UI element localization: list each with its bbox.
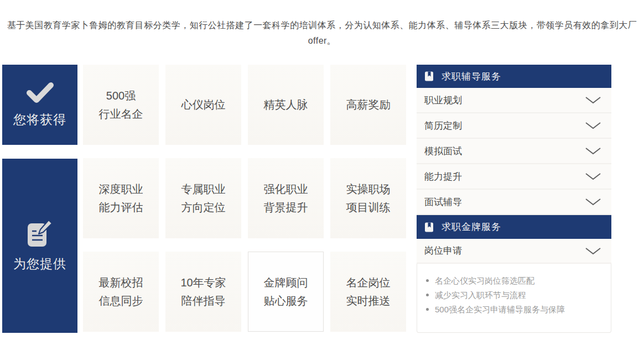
- chevron-down-icon: [585, 172, 601, 180]
- content-row: 您将获得 为您提供 500强 行业名企: [2, 65, 644, 333]
- accordion-row-mock-interview[interactable]: 模拟面试: [417, 139, 611, 164]
- rail-card-you-will-gain: 您将获得: [2, 65, 77, 145]
- panel-header-coaching-services: 求职辅导服务: [417, 65, 611, 88]
- feature-grid: 500强 行业名企 心仪岗位 精英人脉 高薪奖励 深度职业 能力评估 专属职业: [83, 65, 406, 333]
- rail-card-label: 您将获得: [13, 111, 66, 128]
- feature-tile-expert-guidance: 10年专家 陪伴指导: [165, 252, 241, 332]
- accordion-details-box: 名企心仪实习岗位筛选匹配 减少实习入职环节与流程 500强名企实习申请辅导服务与…: [417, 264, 611, 333]
- feature-tile-elite-network: 精英人脉: [248, 65, 324, 145]
- accordion-row-ability-improvement[interactable]: 能力提升: [417, 164, 611, 190]
- bullet-dot-icon: [426, 308, 429, 311]
- accordion-label: 岗位申请: [424, 244, 462, 257]
- panel-header-gold-services: 求职金牌服务: [417, 215, 611, 239]
- accordion-row-job-application[interactable]: 岗位申请: [417, 239, 611, 264]
- detail-item: 500强名企实习申请辅导服务与保障: [426, 302, 605, 317]
- feature-tile-500-companies: 500强 行业名企: [83, 65, 159, 145]
- chevron-down-icon: [585, 96, 601, 104]
- accordion-label: 能力提升: [424, 170, 462, 183]
- feature-tile-job-push: 名企岗位 实时推送: [330, 252, 406, 332]
- intro-line-2: offer。: [0, 33, 644, 49]
- accordion-row-career-planning[interactable]: 职业规划: [417, 88, 611, 113]
- chevron-down-icon: [585, 122, 601, 129]
- detail-item: 减少实习入职环节与流程: [426, 288, 605, 302]
- accordion-label: 模拟面试: [424, 145, 462, 158]
- feature-tile-ability-assessment: 深度职业 能力评估: [83, 158, 159, 238]
- career-services-section: 基于美国教育学家卜鲁姆的教育目标分类学，知行公社搭建了一套科学的培训体系，分为认…: [0, 0, 644, 345]
- feature-tile-high-salary: 高薪奖励: [330, 65, 406, 145]
- left-rail: 您将获得 为您提供: [2, 65, 77, 333]
- accordion-row-interview-coaching[interactable]: 面试辅导: [417, 190, 611, 215]
- accordion-label: 面试辅导: [424, 196, 462, 208]
- book-bookmark-icon: [424, 222, 434, 232]
- feature-tile-desired-position: 心仪岗位: [165, 65, 241, 145]
- rail-card-we-provide: 为您提供: [2, 159, 77, 333]
- chevron-down-icon: [585, 147, 601, 155]
- book-bookmark-icon: [424, 71, 434, 81]
- intro-paragraph: 基于美国教育学家卜鲁姆的教育目标分类学，知行公社搭建了一套科学的培训体系，分为认…: [0, 0, 644, 49]
- chevron-down-icon: [585, 198, 601, 206]
- feature-tile-career-direction: 专属职业 方向定位: [165, 158, 241, 238]
- feature-tile-project-training: 实操职场 项目训练: [330, 158, 406, 238]
- services-panel: 求职辅导服务 职业规划 简历定制 模拟面试 能力: [417, 65, 611, 333]
- panel-header-title: 求职辅导服务: [442, 70, 501, 83]
- chevron-down-icon: [585, 247, 601, 255]
- note-edit-icon: [26, 219, 54, 249]
- bullet-dot-icon: [426, 294, 429, 296]
- feature-tile-campus-recruiting-sync: 最新校招 信息同步: [83, 252, 159, 332]
- accordion-row-resume-customization[interactable]: 简历定制: [417, 113, 611, 139]
- accordion-label: 职业规划: [424, 94, 462, 107]
- accordion-label: 简历定制: [424, 119, 462, 132]
- intro-line-1: 基于美国教育学家卜鲁姆的教育目标分类学，知行公社搭建了一套科学的培训体系，分为认…: [0, 18, 644, 33]
- detail-item: 名企心仪实习岗位筛选匹配: [426, 274, 605, 288]
- bullet-dot-icon: [426, 279, 429, 282]
- rail-card-label: 为您提供: [13, 255, 66, 273]
- feature-tile-background-boost: 强化职业 背景提升: [248, 158, 324, 238]
- feature-tile-gold-consultant: 金牌顾问 贴心服务: [248, 252, 324, 332]
- panel-header-title: 求职金牌服务: [442, 221, 501, 233]
- check-icon: [25, 81, 55, 104]
